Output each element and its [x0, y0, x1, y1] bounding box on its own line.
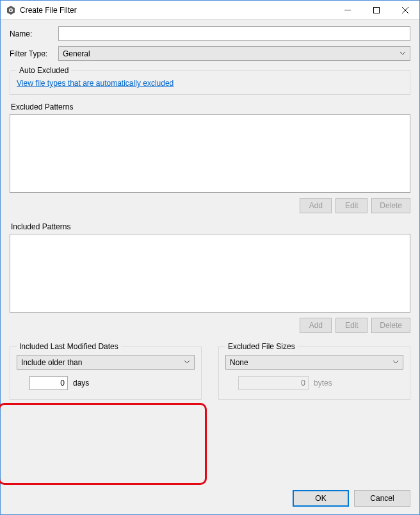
excluded-sizes-numrow: bytes [225, 376, 403, 390]
name-row: Name: [10, 26, 410, 41]
ok-button[interactable]: OK [293, 490, 349, 507]
chevron-down-icon [392, 359, 399, 366]
filtertype-row: Filter Type: General [10, 46, 410, 61]
included-buttons: Add Edit Delete [10, 318, 410, 333]
dialog-body: Name: Filter Type: General Auto Excluded… [1, 20, 419, 514]
excluded-add-button[interactable]: Add [300, 198, 332, 213]
excluded-sizes-value: None [230, 358, 248, 367]
name-input[interactable] [58, 26, 410, 41]
highlight-annotation [0, 403, 207, 485]
excluded-sizes-legend: Excluded File Sizes [225, 342, 298, 351]
filtertype-value: General [63, 49, 90, 58]
excluded-patterns-label: Excluded Patterns [11, 102, 410, 111]
included-patterns-label: Included Patterns [11, 222, 410, 231]
excluded-sizes-number [238, 376, 309, 390]
app-icon [6, 5, 16, 15]
included-add-button[interactable]: Add [300, 318, 332, 333]
titlebar: Create File Filter [1, 1, 419, 20]
excluded-edit-button[interactable]: Edit [335, 198, 368, 213]
included-dates-numrow: days [17, 376, 195, 390]
maximize-button[interactable] [362, 1, 391, 20]
dialog-action-buttons: OK Cancel [293, 490, 410, 507]
included-dates-legend: Included Last Modified Dates [17, 342, 121, 351]
autoexcluded-group: Auto Excluded View file types that are a… [10, 66, 410, 95]
close-button[interactable] [391, 1, 419, 20]
excluded-sizes-select[interactable]: None [225, 355, 403, 370]
cancel-button[interactable]: Cancel [354, 490, 410, 507]
date-size-row: Included Last Modified Dates Include old… [10, 342, 410, 400]
minimize-button[interactable] [333, 1, 362, 20]
included-dates-select[interactable]: Include older than [17, 355, 195, 370]
name-label: Name: [10, 29, 58, 38]
dialog-window: Create File Filter Name: Filter Type: Ge… [0, 0, 420, 515]
excluded-buttons: Add Edit Delete [10, 198, 410, 213]
filtertype-select[interactable]: General [58, 46, 410, 61]
svg-rect-4 [373, 7, 379, 13]
included-edit-button[interactable]: Edit [335, 318, 368, 333]
filtertype-label: Filter Type: [10, 49, 58, 58]
excluded-patterns-list[interactable] [10, 114, 410, 193]
included-dates-number[interactable] [29, 376, 68, 390]
excluded-delete-button[interactable]: Delete [371, 198, 410, 213]
excluded-sizes-unit: bytes [314, 379, 332, 388]
chevron-down-icon [184, 359, 190, 366]
included-delete-button[interactable]: Delete [371, 318, 410, 333]
autoexcluded-legend: Auto Excluded [17, 66, 71, 75]
included-patterns-list[interactable] [10, 234, 410, 313]
included-dates-value: Include older than [21, 358, 82, 367]
chevron-down-icon [400, 51, 406, 57]
excluded-sizes-group: Excluded File Sizes None bytes [218, 342, 410, 400]
included-dates-unit: days [73, 379, 89, 388]
svg-point-2 [10, 9, 12, 11]
included-dates-group: Included Last Modified Dates Include old… [10, 342, 202, 400]
window-title: Create File Filter [20, 6, 77, 15]
autoexcluded-link[interactable]: View file types that are automatically e… [17, 79, 174, 88]
